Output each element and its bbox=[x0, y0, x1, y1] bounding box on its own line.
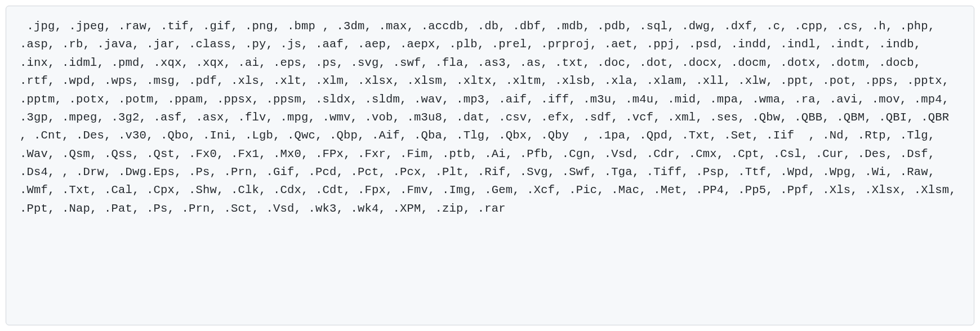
file-extensions-list: .jpg, .jpeg, .raw, .tif, .gif, .png, .bm… bbox=[20, 17, 960, 218]
code-block-container: .jpg, .jpeg, .raw, .tif, .gif, .png, .bm… bbox=[6, 6, 974, 325]
